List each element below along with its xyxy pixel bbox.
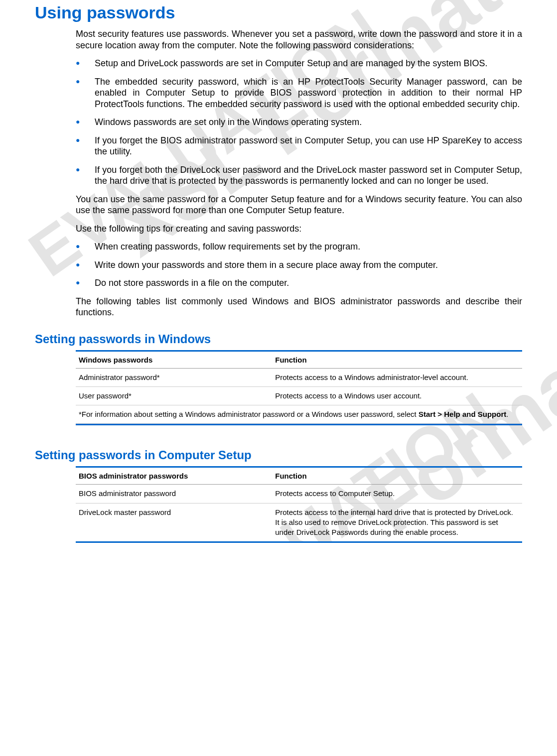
table-header-row: Windows passwords Function: [76, 352, 522, 369]
section-heading-computer-setup: Setting passwords in Computer Setup: [35, 448, 522, 462]
list-item: If you forget the BIOS administrator pas…: [76, 135, 522, 157]
table-bottom-rule: [76, 424, 522, 425]
table-row: DriveLock master password Protects acces…: [76, 503, 522, 541]
column-header: BIOS administrator passwords: [76, 468, 272, 485]
list-item: The embedded security password, which is…: [76, 76, 522, 110]
column-header: Function: [272, 468, 522, 485]
section-heading-windows: Setting passwords in Windows: [35, 332, 522, 346]
list-item: Write down your passwords and store them…: [76, 259, 522, 271]
table-bottom-rule: [76, 541, 522, 543]
table-row: Administrator password* Protects access …: [76, 368, 522, 386]
list-item: Setup and DriveLock passwords are set in…: [76, 58, 522, 69]
table-cell: User password*: [76, 386, 272, 405]
bullet-list-1: Setup and DriveLock passwords are set in…: [76, 58, 522, 187]
table-cell: Protects access to a Windows administrat…: [272, 368, 522, 386]
table-cell: DriveLock master password: [76, 503, 272, 541]
column-header: Windows passwords: [76, 352, 272, 369]
table-header-row: BIOS administrator passwords Function: [76, 468, 522, 485]
list-item: Do not store passwords in a file on the …: [76, 277, 522, 289]
list-item: Windows passwords are set only in the Wi…: [76, 117, 522, 128]
intro-paragraph: Most security features use passwords. Wh…: [76, 28, 522, 51]
page-title: Using passwords: [35, 0, 522, 22]
column-header: Function: [272, 352, 522, 369]
table-row: BIOS administrator password Protects acc…: [76, 485, 522, 503]
paragraph: You can use the same password for a Comp…: [76, 194, 522, 216]
table-cell: Administrator password*: [76, 368, 272, 386]
table-cell: Protects access to the internal hard dri…: [272, 503, 522, 541]
windows-passwords-table: Windows passwords Function Administrator…: [76, 352, 522, 424]
table-row: User password* Protects access to a Wind…: [76, 386, 522, 405]
table-note-row: *For information about setting a Windows…: [76, 405, 522, 424]
table-cell: BIOS administrator password: [76, 485, 272, 503]
paragraph: Use the following tips for creating and …: [76, 223, 522, 235]
table-cell: Protects access to Computer Setup.: [272, 485, 522, 503]
list-item: When creating passwords, follow requirem…: [76, 241, 522, 252]
table-cell: Protects access to a Windows user accoun…: [272, 386, 522, 405]
list-item: If you forget both the DriveLock user pa…: [76, 164, 522, 187]
bullet-list-2: When creating passwords, follow requirem…: [76, 241, 522, 289]
table-note: *For information about setting a Windows…: [76, 405, 522, 424]
bios-passwords-table: BIOS administrator passwords Function BI…: [76, 468, 522, 541]
paragraph: The following tables list commonly used …: [76, 296, 522, 318]
